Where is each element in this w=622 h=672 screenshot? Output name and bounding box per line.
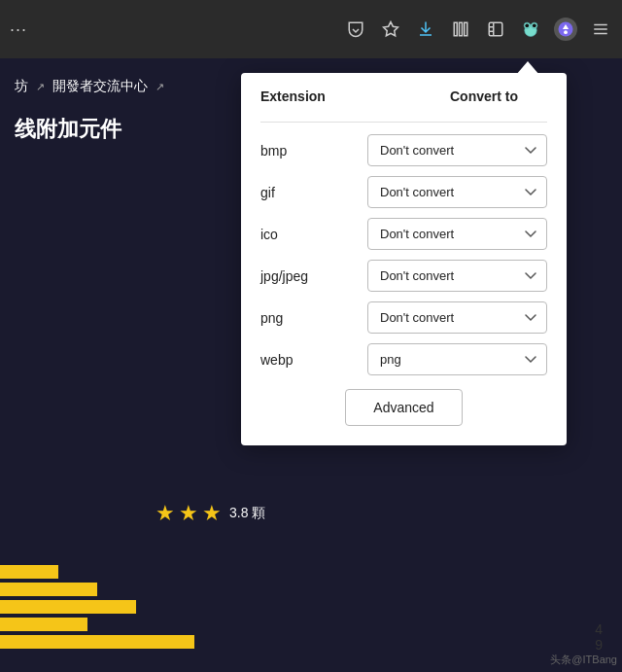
- library-icon[interactable]: [449, 18, 472, 41]
- convert-select-jpg[interactable]: Don't convert bmp gif ico jpg png webp: [367, 260, 547, 292]
- row-jpg: jpg/jpeg Don't convert bmp gif ico jpg p…: [260, 260, 547, 292]
- svg-point-9: [533, 23, 536, 27]
- convert-col-header: Convert to: [450, 88, 518, 104]
- extension-active-icon[interactable]: [554, 18, 577, 41]
- star-2: ★: [179, 501, 198, 526]
- ratings-area: ★ ★ ★ 3.8 顆: [156, 501, 265, 526]
- header-divider: [260, 122, 547, 123]
- svg-marker-0: [384, 22, 398, 36]
- ext-label-gif: gif: [260, 185, 338, 200]
- bar-4: [0, 618, 622, 631]
- bar-3: [0, 600, 622, 614]
- svg-rect-2: [460, 22, 463, 36]
- popup-arrow: [516, 61, 539, 75]
- ext-label-bmp: bmp: [260, 143, 338, 159]
- pocket-icon[interactable]: [344, 18, 367, 41]
- ext-label-jpg: jpg/jpeg: [260, 268, 338, 284]
- page-numbers: 4 9: [595, 621, 603, 653]
- external-link-icon-1: ↗: [36, 81, 45, 93]
- popup-header: Extension Convert to: [260, 88, 547, 108]
- row-ico: ico Don't convert bmp gif ico jpg png we…: [260, 218, 547, 250]
- page-background: 坊 ↗ 開發者交流中心 ↗ 线附加元件 ★ ★ ★ 3.8 顆 4 9 头条@I…: [0, 58, 622, 672]
- rating-bars: [0, 565, 622, 653]
- star-1: ★: [156, 501, 175, 526]
- ext-label-webp: webp: [260, 352, 338, 368]
- row-png: png Don't convert bmp gif ico jpg png we…: [260, 301, 547, 334]
- rating-value: 3.8 顆: [229, 505, 265, 522]
- row-bmp: bmp Don't convert bmp gif ico jpg png we…: [260, 134, 547, 166]
- breadcrumb-link-1[interactable]: 坊: [15, 78, 28, 95]
- reader-icon[interactable]: [484, 18, 507, 41]
- frog-icon[interactable]: [519, 18, 542, 41]
- breadcrumb-link-2[interactable]: 開發者交流中心: [52, 78, 148, 95]
- star-icon[interactable]: [379, 18, 402, 41]
- svg-rect-3: [465, 22, 467, 36]
- browser-toolbar: ···: [0, 0, 622, 58]
- more-options-icon[interactable]: ···: [10, 19, 27, 40]
- row-webp: webp png Don't convert bmp gif ico jpg w…: [260, 343, 547, 375]
- ext-label-png: png: [260, 310, 338, 326]
- advanced-button[interactable]: Advanced: [345, 389, 462, 426]
- convert-select-ico[interactable]: Don't convert bmp gif ico jpg png webp: [367, 218, 547, 250]
- external-link-icon-2: ↗: [156, 81, 164, 93]
- svg-rect-4: [489, 22, 502, 36]
- bar-5: [0, 635, 622, 649]
- row-gif: gif Don't convert bmp gif ico jpg png we…: [260, 176, 547, 208]
- convert-select-gif[interactable]: Don't convert bmp gif ico jpg png webp: [367, 176, 547, 208]
- ext-label-ico: ico: [260, 227, 338, 242]
- download-icon[interactable]: [414, 18, 437, 41]
- convert-select-png[interactable]: Don't convert bmp gif ico jpg png webp: [367, 301, 547, 334]
- svg-point-8: [525, 23, 529, 27]
- svg-point-11: [564, 30, 568, 34]
- hamburger-menu-icon[interactable]: [589, 18, 612, 41]
- extension-popup: Extension Convert to bmp Don't convert b…: [241, 73, 567, 445]
- bar-2: [0, 583, 622, 596]
- star-3: ★: [202, 501, 222, 526]
- browser-nav-icons: [344, 18, 612, 41]
- convert-select-webp[interactable]: png Don't convert bmp gif ico jpg webp: [367, 343, 547, 375]
- svg-rect-1: [454, 22, 457, 36]
- bar-1: [0, 565, 622, 579]
- watermark: 头条@ITBang: [550, 653, 617, 667]
- convert-select-bmp[interactable]: Don't convert bmp gif ico jpg png webp: [367, 134, 547, 166]
- extension-col-header: Extension: [260, 88, 326, 104]
